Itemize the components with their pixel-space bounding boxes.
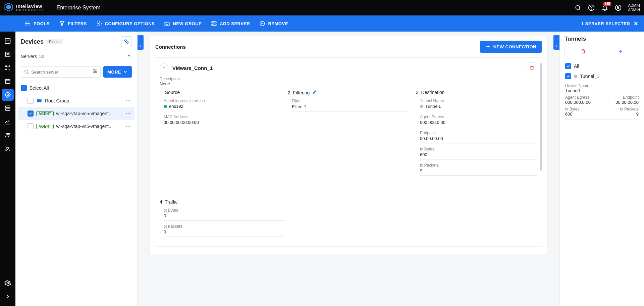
root-group-menu[interactable]: ⋯ <box>124 98 132 103</box>
mac-label: MAC Address <box>164 115 281 119</box>
servers-section-toggle[interactable]: Servers 1/2 <box>15 49 137 63</box>
server-row-2[interactable]: AGENT wi-sqa-vtap-vc5-vmagent... ⋯ <box>18 120 135 133</box>
select-all-checkbox[interactable] <box>21 85 27 91</box>
tunnel-all-checkbox[interactable] <box>565 63 571 69</box>
delete-tunnel-button[interactable] <box>565 46 602 57</box>
tunnel-name-label: Tunnel Name <box>420 98 537 103</box>
svg-point-19 <box>213 22 213 23</box>
collapse-devices-handle[interactable] <box>138 35 144 50</box>
tunnel-1-details: Device Name Tunnel1 Agent EgressEndpoint… <box>565 83 639 120</box>
configure-options-button[interactable]: CONFIGURE OPTIONS <box>92 15 160 32</box>
rail-list-icon[interactable] <box>2 48 14 60</box>
rail-analytics-icon[interactable] <box>2 116 14 128</box>
rail-dashboard-icon[interactable] <box>2 35 14 47</box>
server-2-menu[interactable]: ⋯ <box>124 124 132 129</box>
add-server-label: ADD SERVER <box>220 21 250 26</box>
side-rail <box>0 32 15 306</box>
add-server-button[interactable]: ADD SERVER <box>206 15 255 32</box>
brand-sub: ENTERPRISE <box>16 9 46 12</box>
brand-name: IntellaView <box>16 4 46 9</box>
tun-egress-label: Agent Egress <box>565 95 589 100</box>
traffic-txbytes-value: 0 <box>164 213 166 218</box>
user-line1: ADMIN <box>628 3 640 8</box>
tun-egress-value: 000.000.0.00 <box>565 100 591 105</box>
server-2-checkbox[interactable] <box>28 123 34 129</box>
tunnel-name-value: Tunnel1 <box>425 104 441 109</box>
root-group-label: Root Group <box>45 98 122 103</box>
filtering-section: 2. Filtering Filter Filter_1 <box>288 90 409 179</box>
svg-line-53 <box>28 73 29 74</box>
svg-point-49 <box>7 282 9 284</box>
server-1-checkbox[interactable] <box>28 111 34 117</box>
devices-title: Devices <box>21 38 44 45</box>
clear-selection-button[interactable]: ✕ <box>634 20 638 27</box>
more-button[interactable]: MORE <box>103 66 132 78</box>
filtering-title: 2. Filtering <box>288 90 310 95</box>
filter-settings-icon[interactable] <box>92 69 98 75</box>
server-1-menu[interactable]: ⋯ <box>124 111 132 116</box>
tunnels-panel: Tunnels All Tunnel_1 Device Name Tunnel1… <box>559 32 644 306</box>
connections-title: Connections <box>155 44 186 50</box>
rail-flow-icon[interactable] <box>2 62 14 74</box>
endpoint-label: Endpoint <box>420 131 537 135</box>
search-server-input[interactable] <box>31 70 90 75</box>
tun-txbytes-label: tx Bytes <box>565 107 580 112</box>
rail-users-icon[interactable] <box>2 129 14 141</box>
rail-expand-icon[interactable] <box>2 291 14 303</box>
search-server-input-wrap[interactable] <box>21 66 101 78</box>
collapse-tunnels-handle[interactable] <box>553 35 559 50</box>
user-line2: ADMIN <box>628 8 640 12</box>
new-connection-label: NEW CONNECTION <box>493 44 536 49</box>
more-label: MORE <box>107 70 121 75</box>
rail-devices-icon[interactable] <box>2 89 14 101</box>
tun-devname-label: Device Name <box>565 83 589 88</box>
svg-point-47 <box>6 133 8 135</box>
pools-button[interactable]: POOLS <box>20 15 54 32</box>
add-tunnel-button[interactable] <box>602 46 639 57</box>
root-group-row[interactable]: Root Group ⋯ <box>18 94 135 107</box>
agent-chip: AGENT <box>36 111 54 116</box>
folder-icon <box>36 97 42 104</box>
chevron-up-icon <box>126 53 132 60</box>
tun-txbytes-value: 600 <box>565 112 573 117</box>
edit-filtering-button[interactable] <box>312 90 317 95</box>
devices-settings-button[interactable] <box>121 36 132 47</box>
tunnel-1-row[interactable]: Tunnel_1 <box>565 71 639 81</box>
tun-endpoint-value: 00.00.00.00 <box>615 100 639 105</box>
filters-button[interactable]: FILTERS <box>54 15 92 32</box>
pools-label: POOLS <box>34 21 50 26</box>
tunnel-all-row[interactable]: All <box>565 61 639 71</box>
new-group-button[interactable]: NEW GROUP <box>159 15 206 32</box>
rail-calendar-icon[interactable] <box>2 75 14 87</box>
rail-tools-icon[interactable] <box>2 142 14 155</box>
rail-storage-icon[interactable] <box>2 102 14 114</box>
scrollbar[interactable] <box>540 63 542 171</box>
svg-point-20 <box>213 25 213 25</box>
traffic-section: 4. Traffic tx Bytes 0 tx Packets 0 <box>160 199 284 237</box>
ingress-label: Agent ingress interface <box>164 98 281 103</box>
dest-txpackets-value: 9 <box>420 168 422 173</box>
select-all-row[interactable]: Select All <box>18 82 135 94</box>
svg-marker-1 <box>6 5 11 9</box>
user-icon[interactable] <box>615 4 622 11</box>
description-value: None <box>160 81 537 86</box>
selection-status: 1 SERVER SELECTED ✕ <box>581 20 644 27</box>
remove-button[interactable]: REMOVE <box>255 15 292 32</box>
svg-point-31 <box>9 69 10 70</box>
collapse-connection-button[interactable] <box>160 63 168 72</box>
svg-point-29 <box>9 65 10 67</box>
tunnel-1-checkbox[interactable] <box>565 73 571 79</box>
help-icon[interactable] <box>588 4 595 11</box>
rail-settings-icon[interactable] <box>2 277 14 289</box>
dest-txbytes-value: 600 <box>420 152 427 157</box>
new-connection-button[interactable]: NEW CONNECTION <box>480 41 542 53</box>
delete-connection-button[interactable] <box>527 62 537 73</box>
chevron-down-icon <box>123 70 128 74</box>
filters-label: FILTERS <box>68 21 87 26</box>
server-row-1[interactable]: AGENT wi-sqa-vtap-vc5-vmagent... ⋯ <box>18 107 135 120</box>
notifications-icon[interactable]: 145 <box>601 4 608 11</box>
root-group-checkbox[interactable] <box>28 98 34 104</box>
filter-label: Filter <box>292 99 409 103</box>
configure-label: CONFIGURE OPTIONS <box>105 21 155 26</box>
search-icon[interactable] <box>575 4 581 11</box>
